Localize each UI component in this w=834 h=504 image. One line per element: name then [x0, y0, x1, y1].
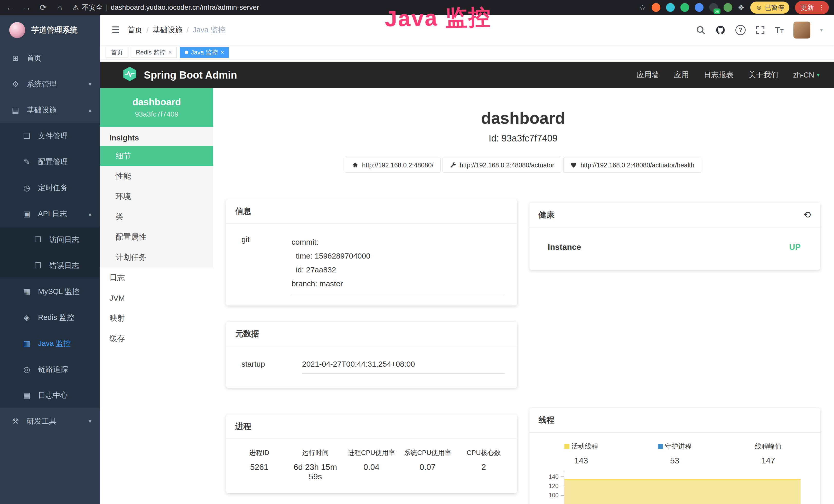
system-cpu: 系统CPU使用率 0.07 [400, 448, 456, 481]
extension-icon[interactable]: on [709, 3, 718, 12]
extension-icon[interactable] [724, 3, 732, 12]
sidebar-item-config-management[interactable]: ✎ 配置管理 [0, 149, 100, 175]
sba-menu-logs[interactable]: 日志 [100, 268, 213, 288]
metadata-key: startup [241, 360, 302, 373]
service-url-link[interactable]: http://192.168.0.2:48080/ [345, 158, 440, 173]
sidebar-item-home[interactable]: ⊞ 首页 [0, 45, 100, 71]
sba-menu-scheduled-tasks[interactable]: 计划任务 [100, 247, 213, 268]
reload-icon[interactable]: ⟳ [38, 3, 48, 12]
process-uptime: 运行时间 6d 23h 15m 59s [287, 448, 344, 481]
sba-menu-caches[interactable]: 缓存 [100, 328, 213, 349]
forward-icon[interactable]: → [22, 3, 32, 12]
instance-title: dashboard [226, 110, 820, 126]
back-icon[interactable]: ← [5, 3, 16, 12]
sidebar-item-java-monitor[interactable]: ▥ Java 监控 [0, 330, 100, 357]
sba-menu-mappings[interactable]: 映射 [100, 308, 213, 328]
sba-main: dashboard Id: 93a3fc7f7409 http://192.16… [213, 88, 834, 504]
extension-icon[interactable] [695, 3, 704, 12]
paused-badge[interactable]: ☺ 已暂停 [750, 2, 789, 14]
browser-home-icon[interactable]: ⌂ [54, 3, 65, 12]
sidebar-item-label: 定时任务 [38, 183, 68, 193]
sidebar-item-trace[interactable]: ◎ 链路追踪 [0, 357, 100, 382]
update-button[interactable]: 更新 ⋮ [795, 1, 829, 14]
threads-card-title: 线程 [539, 415, 554, 426]
info-value: commit: time: 1596289704000 id: 27aa832 … [291, 235, 505, 295]
history-icon[interactable]: ⟲ [803, 209, 811, 220]
sba-menu-jvm[interactable]: JVM [100, 288, 213, 308]
info-card: 信息 git commit: time: 1596289704000 id: 2… [226, 199, 517, 305]
sidebar-item-label: 研发工具 [27, 416, 57, 427]
breadcrumb-separator: / [186, 26, 189, 35]
active-dot [185, 51, 188, 54]
extension-icon[interactable] [666, 3, 675, 12]
sidebar-item-redis-monitor[interactable]: ◈ Redis 监控 [0, 304, 100, 330]
sidebar-item-system-management[interactable]: ⚙ 系统管理 ▾ [0, 71, 100, 97]
page: ← → ⟳ ⌂ ⚠ 不安全 | dashboard.yudao.iocoder.… [0, 0, 834, 504]
info-key: git [241, 235, 291, 295]
sba-nav-applications[interactable]: 应用 [674, 70, 689, 80]
breadcrumb: 首页 / 基础设施 / Java 监控 [127, 25, 225, 35]
health-url-link[interactable]: http://192.168.0.2:48080/actuator/health [563, 158, 701, 173]
bookmark-star-icon[interactable]: ☆ [639, 3, 646, 12]
mysql-icon: ▦ [22, 287, 31, 296]
log-center-icon: ▤ [22, 391, 31, 400]
sba-menu-classes[interactable]: 类 [100, 207, 213, 227]
chevron-down-icon: ▾ [89, 418, 91, 425]
sidebar-item-log-center[interactable]: ▤ 日志中心 [0, 382, 100, 408]
sba-menu-environment[interactable]: 环境 [100, 186, 213, 207]
extension-icon[interactable] [652, 3, 660, 12]
wrench-icon [449, 162, 456, 168]
avatar-caret-icon[interactable]: ▾ [820, 27, 823, 33]
tag-home[interactable]: 首页 [106, 47, 128, 58]
sidebar-item-scheduled-jobs[interactable]: ◷ 定时任务 [0, 175, 100, 201]
extensions-puzzle-icon[interactable]: ❖ [738, 3, 745, 12]
process-cpu: 进程CPU使用率 0.04 [344, 448, 400, 481]
spring-boot-admin-logo [122, 66, 137, 84]
chevron-down-icon: ▾ [817, 72, 820, 78]
sba-language-select[interactable]: zh-CN ▾ [793, 71, 820, 79]
url-text[interactable]: dashboard.yudao.iocoder.cn/infra/admin-s… [111, 4, 259, 12]
sba-nav-wallboard[interactable]: 应用墙 [637, 70, 659, 80]
sba-nav-about[interactable]: 关于我们 [748, 70, 778, 80]
sidebar-item-file-management[interactable]: ❏ 文件管理 [0, 123, 100, 149]
sba-nav-journal[interactable]: 日志报表 [704, 70, 733, 80]
sidebar-item-access-logs[interactable]: ❒ 访问日志 [0, 227, 100, 253]
extension-icon[interactable] [680, 3, 689, 12]
menu-dots-icon[interactable]: ⋮ [818, 4, 825, 12]
tag-java-monitor[interactable]: Java 监控 × [180, 47, 229, 58]
help-icon[interactable]: ? [736, 25, 746, 35]
font-size-icon[interactable]: TT [775, 25, 784, 35]
user-avatar[interactable] [793, 22, 810, 39]
health-instance-label[interactable]: Instance [548, 243, 581, 252]
close-icon[interactable]: × [168, 49, 172, 56]
sba-instance-header[interactable]: dashboard 93a3fc7f7409 [100, 88, 213, 127]
sidebar-item-api-logs[interactable]: ▣ API 日志 ▴ [0, 201, 100, 227]
tag-redis-monitor[interactable]: Redis 监控 × [131, 47, 177, 58]
breadcrumb-infrastructure[interactable]: 基础设施 [153, 25, 182, 35]
sba-menu-details[interactable]: 细节 [100, 146, 213, 166]
sidebar-item-dev-tools[interactable]: ⚒ 研发工具 ▾ [0, 408, 100, 434]
github-icon[interactable] [715, 25, 726, 35]
close-icon[interactable]: × [220, 49, 224, 56]
fullscreen-icon[interactable] [755, 25, 765, 35]
search-icon[interactable] [696, 25, 706, 35]
heart-icon [570, 162, 577, 168]
sidebar-fold-icon[interactable]: ☰ [111, 25, 120, 36]
sidebar-item-infrastructure[interactable]: ▤ 基础设施 ▴ [0, 97, 100, 123]
sidebar-item-error-logs[interactable]: ❒ 错误日志 [0, 253, 100, 279]
sidebar-item-mysql-monitor[interactable]: ▦ MySQL 监控 [0, 279, 100, 304]
address-bar[interactable]: ⚠ 不安全 | dashboard.yudao.iocoder.cn/infra… [72, 3, 259, 12]
sba-menu-metrics[interactable]: 性能 [100, 166, 213, 186]
security-label[interactable]: 不安全 [82, 3, 103, 12]
sba-menu-configprops[interactable]: 配置属性 [100, 227, 213, 247]
divider: | [106, 4, 108, 12]
app-logo-row: 芋道管理系统 [0, 15, 100, 45]
actuator-url-link[interactable]: http://192.168.0.2:48080/actuator [443, 158, 561, 173]
sidebar-item-label: 链路追踪 [38, 364, 68, 374]
sba-sidebar: dashboard 93a3fc7f7409 Insights 细节 性能 环境… [100, 88, 213, 504]
breadcrumb-home[interactable]: 首页 [127, 25, 142, 35]
chevron-up-icon: ▴ [89, 210, 91, 217]
link-label: http://192.168.0.2:48080/actuator/health [580, 161, 694, 169]
sba-brand[interactable]: Spring Boot Admin [144, 69, 237, 81]
peak-threads: 线程峰值 147 [722, 442, 815, 465]
